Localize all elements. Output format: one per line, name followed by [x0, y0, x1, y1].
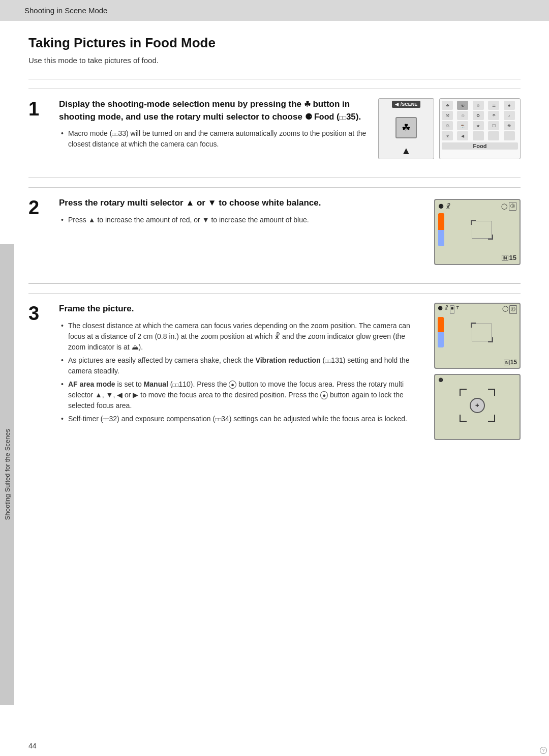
lcd3-bottom-info: IN 15 — [504, 359, 517, 366]
camera-icon-box: ☘ — [395, 117, 417, 138]
help-icon: ? — [540, 747, 547, 754]
shot-count-3: 15 — [510, 359, 517, 366]
divider-2 — [28, 178, 521, 178]
shot-count: 15 — [509, 254, 516, 261]
step-1: 1 Display the shooting-mode selection me… — [28, 89, 521, 168]
step-1-bullet-1: Macro mode (□□33) will be turned on and … — [59, 128, 368, 150]
lcd-left-icons: ⚈ ☧ — [438, 202, 450, 211]
step-2-text-col: Press the rotary multi selector ▲ or ▼ t… — [59, 197, 424, 228]
ok-button-ref: ● — [229, 381, 236, 389]
step-1-diagram-left: ◀ /SCENE ☘ ▲ — [378, 98, 434, 159]
step-3-lcd-1: ⚈ ☧ ■ T ◯ Ⓓ — [434, 303, 521, 369]
main-title: Taking Pictures in Food Mode — [28, 35, 521, 51]
macro-icon: ☧ — [446, 203, 450, 210]
focus-move-box: ✚ — [460, 389, 495, 422]
mode-icon-14: ☐ — [488, 121, 499, 130]
top-bar-label: Shooting in Scene Mode — [24, 6, 107, 15]
zoom-icon-3: ■ — [450, 305, 454, 314]
step-3-bullet-4: Self-timer (□□32) and exposure compensat… — [59, 414, 424, 424]
corner-br — [488, 415, 495, 422]
step-3-bullet-2: As pictures are easily affected by camer… — [59, 355, 424, 376]
macro-icon-3: ☧ — [444, 305, 448, 314]
mode-icon-6: ⚒ — [442, 111, 453, 120]
step-3-lcd-2: ⚈ ✚ — [434, 374, 521, 440]
step-3-header-row: Frame the picture. The closest distance … — [59, 303, 521, 440]
mode-icon-9: ☂ — [488, 111, 499, 120]
focus-bracket-3 — [472, 324, 492, 341]
step-3-bullet-1: The closest distance at which the camera… — [59, 321, 424, 353]
mode-icon-3: ☺ — [473, 101, 484, 110]
nav-arrows: ✚ — [475, 403, 479, 408]
step-1-images: ◀ /SCENE ☘ ▲ ☘ — [378, 98, 521, 159]
red-bar — [438, 213, 444, 230]
step-3-number: 3 — [28, 304, 47, 440]
lcd3-left-icons: ⚈ ☧ ■ T — [438, 305, 459, 314]
mountain-symbol: ⛰ — [132, 343, 139, 351]
lcd-right-icons: ◯ Ⓓ — [501, 202, 516, 211]
step-1-header: Display the shooting-mode selection menu… — [59, 98, 368, 123]
step-2-bullets: Press ▲ to increase the amount of red, o… — [59, 215, 424, 225]
mode-grid: ☘ ☯ ☺ ☰ ♣ ⚒ ♲ ♻ ☂ ♪ — [442, 101, 518, 140]
scene-label: ◀ /SCENE — [392, 101, 421, 108]
step-2-content: Press the rotary multi selector ▲ or ▼ t… — [59, 197, 521, 265]
timer-icon-3: ◯ — [502, 305, 508, 314]
step-1-number: 1 — [28, 99, 47, 159]
food-label: Food — [442, 142, 518, 150]
scene-icon: ◀ — [395, 102, 399, 107]
corner-tr — [488, 389, 495, 396]
flash-icon-3: Ⓓ — [509, 305, 517, 314]
red-bar-3 — [438, 317, 444, 332]
mode-icon-17: ◀ — [457, 131, 468, 140]
manual-bold: Manual — [144, 380, 168, 388]
step-1-content: Display the shooting-mode selection menu… — [59, 98, 521, 159]
mode-icon-1: ☘ — [442, 101, 453, 110]
focus-area-center: ✚ — [435, 384, 520, 427]
divider-1 — [28, 79, 521, 79]
step-1-diagram-right: ☘ ☯ ☺ ☰ ♣ ⚒ ♲ ♻ ☂ ♪ — [439, 98, 521, 159]
lcd3-center — [444, 324, 520, 341]
vibration-bold: Vibration reduction — [256, 356, 321, 364]
color-bar — [438, 213, 444, 246]
food-icon-lcd2: ⚈ — [438, 377, 443, 383]
macro-symbol: ☧ — [274, 332, 280, 340]
ok-button-ref2: ● — [320, 391, 328, 399]
step-3-content: Frame the picture. The closest distance … — [59, 303, 521, 440]
step-3-text-col: Frame the picture. The closest distance … — [59, 303, 424, 427]
subtitle: Use this mode to take pictures of food. — [28, 56, 521, 65]
sidebar-label: Shooting Suited for the Scenes — [4, 429, 11, 520]
step-2-number: 2 — [28, 198, 47, 265]
top-bar: Shooting in Scene Mode — [0, 0, 549, 21]
mode-icon-11: ⚖ — [442, 121, 453, 130]
zoom2-icon-3: T — [456, 305, 459, 314]
blue-bar — [438, 230, 444, 247]
mode-icon-13: ★ — [473, 121, 484, 130]
lcd2-top-icon: ⚈ — [435, 375, 520, 384]
mode-icon-12: ☕ — [457, 121, 468, 130]
step-2-bullet-1: Press ▲ to increase the amount of red, o… — [59, 215, 424, 225]
memory-icon-3: IN — [504, 360, 510, 365]
step-2-header-row: Press the rotary multi selector ▲ or ▼ t… — [59, 197, 521, 265]
flash-icon: Ⓓ — [509, 202, 516, 211]
step-1-header-row: Display the shooting-mode selection menu… — [59, 98, 521, 159]
lcd-top-row: ⚈ ☧ ◯ Ⓓ — [435, 200, 520, 211]
lcd-bottom-info: IN 15 — [502, 254, 516, 261]
arrow-up-icon: ▲ — [401, 145, 411, 157]
mode-icon-20 — [504, 131, 515, 140]
sidebar: Shooting Suited for the Scenes — [0, 244, 14, 705]
mode-icon-19 — [488, 131, 499, 140]
step-2-header: Press the rotary multi selector ▲ or ▼ t… — [59, 197, 424, 210]
camera-symbol: ☘ — [402, 122, 411, 134]
scene-text: /SCENE — [401, 102, 418, 107]
step-3: 3 Frame the picture. The closest distanc… — [28, 293, 521, 449]
focus-bracket — [472, 221, 492, 239]
lcd3-top-row: ⚈ ☧ ■ T ◯ Ⓓ — [435, 304, 520, 314]
mode-icon-18 — [473, 131, 484, 140]
step-3-bullet-3: AF area mode is set to Manual (□□110). P… — [59, 379, 424, 411]
color-bar-3 — [438, 317, 444, 347]
step-3-bullets: The closest distance at which the camera… — [59, 321, 424, 424]
mode-icon-7: ♲ — [457, 111, 468, 120]
step-1-bullets: Macro mode (□□33) will be turned on and … — [59, 128, 368, 150]
step-2-lcd: ⚈ ☧ ◯ Ⓓ — [434, 199, 521, 265]
mode-icon-8: ♻ — [473, 111, 484, 120]
food-icon-3: ⚈ — [438, 305, 443, 314]
